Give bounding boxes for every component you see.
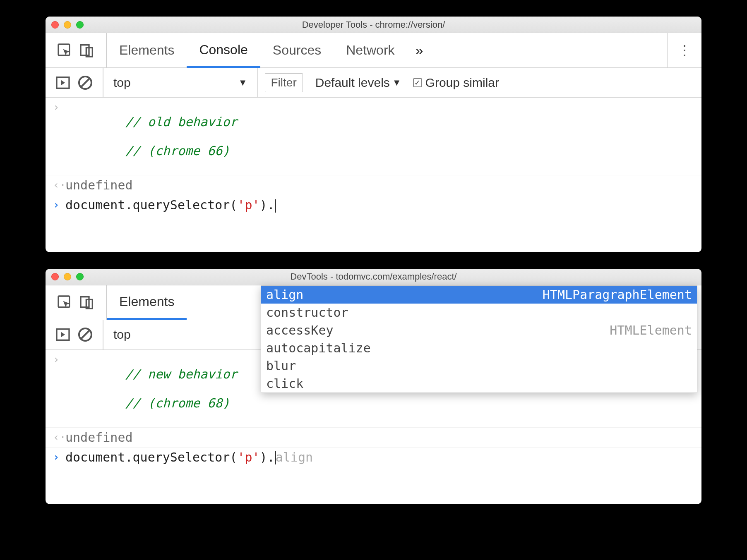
checkbox-checked-icon[interactable]: ✓ (413, 78, 422, 87)
window-title: Developer Tools - chrome://version/ (46, 19, 701, 30)
clear-console-icon[interactable] (77, 74, 94, 91)
autocomplete-item[interactable]: blur (261, 357, 697, 375)
autocomplete-name: blur (266, 359, 296, 373)
autocomplete-popup: alignHTMLParagraphElementconstructoracce… (261, 285, 697, 393)
autocomplete-item[interactable]: alignHTMLParagraphElement (261, 286, 697, 304)
filter-input[interactable]: Filter (265, 73, 303, 92)
device-toggle-icon[interactable] (79, 42, 95, 59)
console-input[interactable]: document.querySelector('p').align (65, 450, 313, 465)
kebab-menu-icon[interactable]: ⋮ (677, 48, 692, 52)
chevron-down-icon: ▼ (238, 77, 247, 88)
traffic-lights (51, 273, 84, 280)
console-output: › // old behavior // (chrome 66) ‹· unde… (46, 98, 701, 252)
input-prompt-icon: › (53, 352, 65, 366)
autocomplete-item[interactable]: accessKeyHTMLElement (261, 321, 697, 339)
titlebar: DevTools - todomvc.com/examples/react/ (46, 269, 701, 285)
device-toggle-icon[interactable] (79, 294, 95, 311)
context-selector[interactable]: top ▼ (103, 68, 258, 97)
autocomplete-name: constructor (266, 305, 348, 320)
autocomplete-origin: HTMLElement (610, 323, 692, 337)
autocomplete-name: click (266, 376, 303, 391)
zoom-icon[interactable] (76, 273, 84, 280)
svg-line-11 (80, 330, 90, 339)
tab-network[interactable]: Network (334, 33, 407, 67)
comment-line: // (chrome 68) (125, 396, 230, 410)
autocomplete-name: accessKey (266, 323, 334, 337)
minimize-icon[interactable] (64, 21, 71, 29)
context-label: top (113, 328, 131, 342)
zoom-icon[interactable] (76, 21, 84, 29)
autocomplete-name: align (266, 287, 303, 302)
tab-elements[interactable]: Elements (107, 285, 187, 320)
autocomplete-item[interactable]: click (261, 375, 697, 392)
input-prompt-icon: › (53, 450, 65, 463)
inspect-icon[interactable] (56, 294, 73, 311)
console-toolbar: top ▼ Filter Default levels ▼ ✓ Group si… (46, 68, 701, 98)
tab-elements[interactable]: Elements (107, 33, 187, 67)
svg-rect-1 (81, 45, 89, 55)
close-icon[interactable] (51, 273, 59, 280)
tab-console[interactable]: Console (187, 34, 260, 68)
text-cursor-icon (275, 199, 276, 213)
input-prompt-icon: › (53, 198, 65, 211)
inspect-icon[interactable] (56, 42, 73, 59)
group-similar-toggle[interactable]: ✓ Group similar (407, 76, 505, 90)
devtools-window-new: DevTools - todomvc.com/examples/react/ E… (46, 269, 701, 505)
chevron-down-icon: ▼ (392, 77, 401, 88)
result-undefined: undefined (65, 430, 133, 445)
autocomplete-item[interactable]: autocapitalize (261, 339, 697, 357)
output-arrow-icon: ‹· (53, 430, 65, 443)
clear-console-icon[interactable] (77, 326, 94, 343)
tabs-overflow-icon[interactable]: » (407, 42, 432, 58)
svg-line-5 (80, 78, 90, 87)
comment-line: // new behavior (125, 367, 238, 381)
context-label: top (113, 76, 131, 90)
devtools-window-old: Developer Tools - chrome://version/ Elem… (46, 17, 701, 252)
ghost-suggestion: align (276, 450, 313, 464)
tab-sources[interactable]: Sources (260, 33, 334, 67)
console-input[interactable]: document.querySelector('p'). (65, 198, 276, 213)
comment-line: // (chrome 66) (125, 144, 230, 158)
tabbar: Elements Console Sources Network » ⋮ (46, 33, 701, 68)
autocomplete-item[interactable]: constructor (261, 304, 697, 321)
input-prompt-icon: › (53, 100, 65, 113)
close-icon[interactable] (51, 21, 59, 29)
autocomplete-origin: HTMLParagraphElement (543, 287, 692, 302)
autocomplete-name: autocapitalize (266, 341, 371, 355)
context-selector[interactable]: top (103, 320, 141, 349)
levels-selector[interactable]: Default levels ▼ (310, 76, 407, 90)
group-label: Group similar (425, 76, 499, 90)
window-title: DevTools - todomvc.com/examples/react/ (46, 271, 701, 282)
result-undefined: undefined (65, 178, 133, 192)
comment-line: // old behavior (125, 115, 238, 129)
output-arrow-icon: ‹· (53, 178, 65, 191)
toggle-sidebar-icon[interactable] (55, 326, 71, 343)
minimize-icon[interactable] (64, 273, 71, 280)
toggle-sidebar-icon[interactable] (55, 74, 71, 91)
levels-label: Default levels (315, 76, 390, 90)
traffic-lights (51, 21, 84, 29)
svg-rect-7 (81, 297, 89, 307)
titlebar: Developer Tools - chrome://version/ (46, 17, 701, 33)
